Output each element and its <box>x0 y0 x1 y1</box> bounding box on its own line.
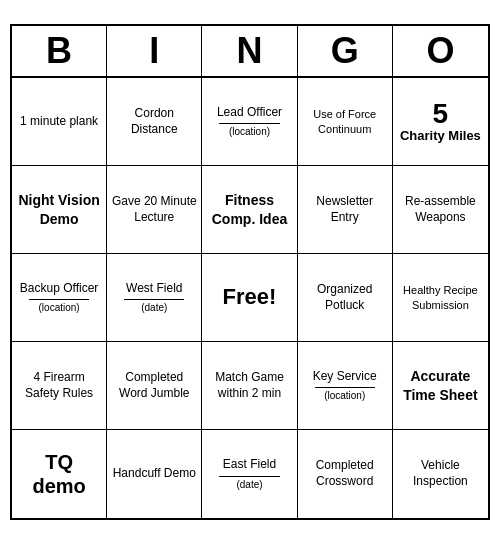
bingo-cell-r1c3[interactable]: Newsletter Entry <box>298 166 393 254</box>
cell-main-text: Key Service <box>313 369 377 385</box>
bingo-cell-r3c0[interactable]: 4 Firearm Safety Rules <box>12 342 107 430</box>
cell-main-text: Re-assemble Weapons <box>397 194 484 225</box>
bingo-cell-r4c3[interactable]: Completed Crossword <box>298 430 393 518</box>
free-space-text: Free! <box>223 284 277 310</box>
bingo-cell-r1c2[interactable]: Fitness Comp. Idea <box>202 166 297 254</box>
cell-main-text: Lead Officer <box>217 105 282 121</box>
header-letter: O <box>393 26 488 76</box>
bingo-cell-r2c4[interactable]: Healthy Recipe Submission <box>393 254 488 342</box>
cell-main-text: Backup Officer <box>20 281 98 297</box>
bingo-cell-r0c4[interactable]: 5Charity Miles <box>393 78 488 166</box>
cell-main-text: 4 Firearm Safety Rules <box>16 370 102 401</box>
cell-main-text: 1 minute plank <box>20 114 98 130</box>
bingo-cell-r2c1[interactable]: West Field(date) <box>107 254 202 342</box>
header-letter: N <box>202 26 297 76</box>
header-letter: G <box>298 26 393 76</box>
bingo-cell-r2c3[interactable]: Organized Potluck <box>298 254 393 342</box>
bingo-cell-r1c4[interactable]: Re-assemble Weapons <box>393 166 488 254</box>
cell-sub-text: (location) <box>315 387 375 402</box>
bingo-cell-r0c2[interactable]: Lead Officer(location) <box>202 78 297 166</box>
cell-main-text: TQ demo <box>16 450 102 498</box>
cell-main-text: Fitness Comp. Idea <box>206 191 292 227</box>
bingo-cell-r4c0[interactable]: TQ demo <box>12 430 107 518</box>
bingo-header: BINGO <box>12 26 488 78</box>
cell-main-text: Gave 20 Minute Lecture <box>111 194 197 225</box>
bingo-cell-r3c4[interactable]: Accurate Time Sheet <box>393 342 488 430</box>
cell-main-text: Organized Potluck <box>302 282 388 313</box>
cell-main-text: Handcuff Demo <box>113 466 196 482</box>
bingo-card: BINGO 1 minute plankCordon DistanceLead … <box>10 24 490 520</box>
bingo-cell-r3c2[interactable]: Match Game within 2 min <box>202 342 297 430</box>
bingo-grid: 1 minute plankCordon DistanceLead Office… <box>12 78 488 518</box>
cell-main-text: Match Game within 2 min <box>206 370 292 401</box>
cell-main-text: Use of Force Continuum <box>302 107 388 136</box>
bingo-cell-r2c2[interactable]: Free! <box>202 254 297 342</box>
bingo-cell-r3c3[interactable]: Key Service(location) <box>298 342 393 430</box>
cell-sub-text: (location) <box>219 123 279 138</box>
bingo-cell-r4c2[interactable]: East Field(date) <box>202 430 297 518</box>
bingo-cell-r0c3[interactable]: Use of Force Continuum <box>298 78 393 166</box>
cell-main-text: Completed Word Jumble <box>111 370 197 401</box>
cell-main-text: Newsletter Entry <box>302 194 388 225</box>
cell-sub-text: (date) <box>124 299 184 314</box>
bingo-cell-r0c1[interactable]: Cordon Distance <box>107 78 202 166</box>
cell-main-text: Night Vision Demo <box>16 191 102 227</box>
bingo-cell-r0c0[interactable]: 1 minute plank <box>12 78 107 166</box>
cell-sub-text: (date) <box>219 476 279 491</box>
bingo-cell-r1c1[interactable]: Gave 20 Minute Lecture <box>107 166 202 254</box>
cell-main-text: West Field <box>126 281 182 297</box>
bingo-cell-r2c0[interactable]: Backup Officer(location) <box>12 254 107 342</box>
bingo-cell-r4c4[interactable]: Vehicle Inspection <box>393 430 488 518</box>
cell-main-text: Healthy Recipe Submission <box>397 283 484 312</box>
bingo-cell-r4c1[interactable]: Handcuff Demo <box>107 430 202 518</box>
cell-main-text: East Field <box>223 457 276 473</box>
header-letter: I <box>107 26 202 76</box>
cell-main-text: Completed Crossword <box>302 458 388 489</box>
cell-main-text: 5Charity Miles <box>400 100 481 144</box>
bingo-cell-r3c1[interactable]: Completed Word Jumble <box>107 342 202 430</box>
cell-main-text: Cordon Distance <box>111 106 197 137</box>
header-letter: B <box>12 26 107 76</box>
cell-sub-text: (location) <box>29 299 89 314</box>
cell-main-text: Accurate Time Sheet <box>397 367 484 403</box>
bingo-cell-r1c0[interactable]: Night Vision Demo <box>12 166 107 254</box>
cell-main-text: Vehicle Inspection <box>397 458 484 489</box>
